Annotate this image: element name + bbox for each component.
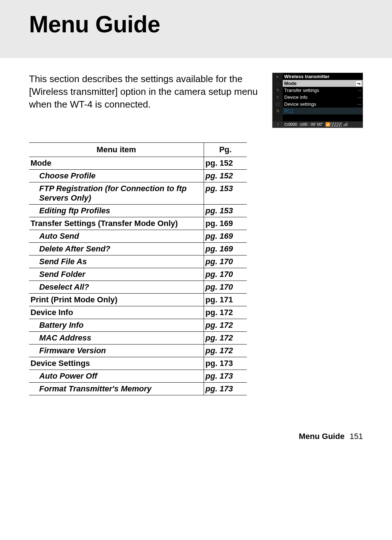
menu-item-page: pg. 171 bbox=[204, 294, 247, 306]
battery-stripes-icon bbox=[330, 122, 342, 127]
page-header: Menu Guide bbox=[0, 0, 392, 58]
menu-item-page: pg. 172 bbox=[204, 344, 247, 357]
menu-item-page: pg. 172 bbox=[204, 319, 247, 332]
menu-item-page: pg. 170 bbox=[204, 281, 247, 294]
menu-item-name: Firmware Version bbox=[29, 344, 204, 357]
menu-item-page: pg. 170 bbox=[204, 255, 247, 268]
camera-row-devicesettings-val: -- bbox=[349, 101, 363, 108]
table-row: Auto Power Offpg. 173 bbox=[29, 370, 247, 383]
menu-item-name: Device Info bbox=[29, 306, 204, 319]
camera-icon: ◦ bbox=[273, 80, 283, 87]
menu-item-page: pg. 153 bbox=[204, 205, 247, 217]
menu-item-name: Battery Info bbox=[29, 319, 204, 332]
camera-row-deviceinfo-val: -- bbox=[349, 94, 363, 101]
menu-item-page: pg. 169 bbox=[204, 230, 247, 243]
menu-item-page: pg. 172 bbox=[204, 332, 247, 344]
status-time: 00 : 00′ 00″ bbox=[303, 122, 323, 126]
camera-row-transfer: Transfer settings bbox=[283, 87, 349, 94]
menu-item-page: pg. 173 bbox=[204, 357, 247, 370]
net-icon: ⇅ bbox=[273, 108, 283, 114]
camera-row-transfer-val: -- bbox=[349, 87, 363, 94]
menu-item-name: FTP Registration (for Connection to ftp … bbox=[29, 182, 204, 205]
menu-item-name: Auto Power Off bbox=[29, 370, 204, 383]
table-row: MAC Addresspg. 172 bbox=[29, 332, 247, 344]
table-row: Deselect All?pg. 170 bbox=[29, 281, 247, 294]
table-row: Device Infopg. 172 bbox=[29, 306, 247, 319]
intro-paragraph: This section describes the settings avai… bbox=[29, 73, 261, 111]
menu-item-name: Choose Profile bbox=[29, 170, 204, 182]
menu-item-page: pg. 169 bbox=[204, 217, 247, 230]
folder-icon: 🗀 bbox=[284, 122, 288, 126]
table-row: Firmware Versionpg. 172 bbox=[29, 344, 247, 357]
menu-item-name: Auto Send bbox=[29, 230, 204, 243]
menu-item-page: pg. 173 bbox=[204, 383, 247, 395]
camera-status-bar: 🗀0000 ◷00 : 00′ 00″ 📶 bbox=[283, 121, 363, 128]
table-row: FTP Registration (for Connection to ftp … bbox=[29, 182, 247, 205]
camera-profile: PC1 bbox=[283, 108, 363, 114]
table-row: Format Transmitter's Memorypg. 173 bbox=[29, 383, 247, 395]
table-row: Transfer Settings (Transfer Mode Only)pg… bbox=[29, 217, 247, 230]
table-row: Editing ftp Profilespg. 153 bbox=[29, 205, 247, 217]
camera-row-deviceinfo: Device info bbox=[283, 94, 349, 101]
camera-menu-screenshot: ▸ Wireless transmitter ◦ Mode ↪ ✎ Transf… bbox=[272, 73, 363, 128]
table-row: Send Folderpg. 170 bbox=[29, 268, 247, 281]
table-row: Modepg. 152 bbox=[29, 157, 247, 170]
table-row: Battery Infopg. 172 bbox=[29, 319, 247, 332]
menu-item-table: Menu item Pg. Modepg. 152Choose Profilep… bbox=[29, 142, 247, 395]
menu-item-name: Editing ftp Profiles bbox=[29, 205, 204, 217]
table-row: Delete After Send?pg. 169 bbox=[29, 243, 247, 255]
table-row: Print (Print Mode Only)pg. 171 bbox=[29, 294, 247, 306]
clip-icon: ▢ bbox=[273, 101, 283, 108]
camera-menu-title: Wireless transmitter bbox=[283, 73, 363, 80]
menu-item-page: pg. 173 bbox=[204, 370, 247, 383]
footer-page-number: 151 bbox=[350, 432, 363, 441]
table-row: Choose Profilepg. 152 bbox=[29, 170, 247, 182]
menu-item-name: Format Transmitter's Memory bbox=[29, 383, 204, 395]
menu-item-name: Print (Print Mode Only) bbox=[29, 294, 204, 306]
wrench-icon: Y bbox=[273, 94, 283, 101]
footer-title: Menu Guide bbox=[299, 432, 344, 441]
menu-item-name: Device Settings bbox=[29, 357, 204, 370]
pencil-icon: ✎ bbox=[273, 87, 283, 94]
menu-item-name: Delete After Send? bbox=[29, 243, 204, 255]
status-count: 0000 bbox=[288, 122, 297, 126]
signal-bars-icon bbox=[343, 122, 347, 127]
menu-item-page: pg. 153 bbox=[204, 182, 247, 205]
help-icon: ? bbox=[273, 121, 283, 128]
table-header-item: Menu item bbox=[29, 143, 204, 157]
menu-item-name: Send File As bbox=[29, 255, 204, 268]
camera-row-mode: Mode bbox=[283, 80, 349, 87]
menu-item-name: Deselect All? bbox=[29, 281, 204, 294]
play-icon: ▸ bbox=[273, 73, 283, 80]
menu-item-page: pg. 170 bbox=[204, 268, 247, 281]
menu-item-name: Mode bbox=[29, 157, 204, 170]
mode-arrow: ↪ bbox=[349, 80, 363, 87]
page-title: Menu Guide bbox=[29, 11, 363, 38]
menu-item-name: Send Folder bbox=[29, 268, 204, 281]
menu-item-page: pg. 169 bbox=[204, 243, 247, 255]
table-row: Device Settingspg. 173 bbox=[29, 357, 247, 370]
clock-icon: ◷ bbox=[299, 122, 303, 126]
table-row: Send File Aspg. 170 bbox=[29, 255, 247, 268]
camera-row-devicesettings: Device settings bbox=[283, 101, 349, 108]
page-footer: Menu Guide 151 bbox=[0, 432, 392, 452]
table-row: Auto Sendpg. 169 bbox=[29, 230, 247, 243]
menu-item-page: pg. 172 bbox=[204, 306, 247, 319]
signal-icon: 📶 bbox=[325, 122, 330, 127]
menu-item-name: MAC Address bbox=[29, 332, 204, 344]
menu-item-page: pg. 152 bbox=[204, 157, 247, 170]
menu-item-name: Transfer Settings (Transfer Mode Only) bbox=[29, 217, 204, 230]
menu-item-page: pg. 152 bbox=[204, 170, 247, 182]
table-header-pg: Pg. bbox=[204, 143, 247, 157]
